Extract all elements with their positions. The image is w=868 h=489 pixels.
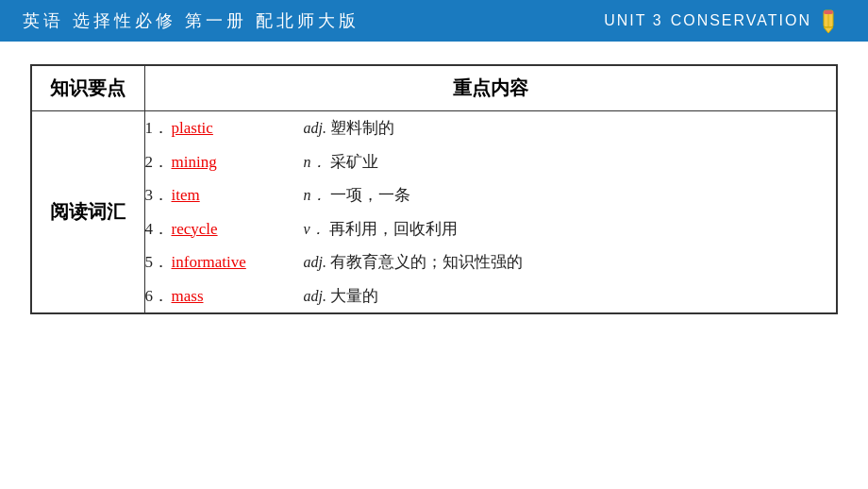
item-word: recycle	[172, 217, 304, 242]
item-meaning: 有教育意义的；知识性强的	[330, 250, 523, 275]
header-unit: UNIT 3 CONSERVATION	[604, 8, 845, 34]
category-cell: 阅读词汇	[31, 111, 144, 314]
item-word: item	[172, 183, 304, 208]
item-number: 2．	[145, 150, 172, 175]
page-header: 英语 选择性必修 第一册 配北师大版 UNIT 3 CONSERVATION	[0, 0, 868, 42]
item-word: plastic	[172, 116, 304, 141]
item-pos: adj.	[304, 251, 326, 274]
list-item: 1． plastic adj. 塑料制的	[145, 111, 837, 145]
pencil-icon	[819, 8, 845, 34]
item-number: 6．	[145, 284, 172, 309]
item-meaning: 采矿业	[330, 150, 378, 175]
col2-header: 重点内容	[144, 65, 837, 111]
item-number: 5．	[145, 250, 172, 275]
item-pos: adj.	[304, 117, 326, 140]
header-title: 英语 选择性必修 第一册 配北师大版	[23, 9, 359, 32]
svg-rect-2	[824, 10, 833, 14]
item-number: 3．	[145, 183, 172, 208]
unit-label: UNIT 3	[604, 12, 662, 29]
main-content: 知识要点 重点内容 阅读词汇 1． plastic adj. 塑料制的 2． m…	[0, 42, 868, 337]
vocab-table: 知识要点 重点内容 阅读词汇 1． plastic adj. 塑料制的 2． m…	[30, 64, 838, 314]
table-header-row: 知识要点 重点内容	[31, 65, 837, 111]
item-meaning: 一项，一条	[330, 183, 410, 208]
item-pos: v．	[304, 218, 326, 241]
topic-label: CONSERVATION	[671, 12, 811, 29]
svg-marker-1	[824, 27, 833, 33]
item-meaning: 大量的	[330, 284, 378, 309]
table-row: 阅读词汇 1． plastic adj. 塑料制的 2． mining n． 采…	[31, 111, 837, 314]
item-pos: n．	[304, 151, 326, 174]
item-pos: n．	[304, 184, 326, 207]
list-item: 3． item n． 一项，一条	[145, 178, 837, 212]
list-item: 6． mass adj. 大量的	[145, 279, 837, 313]
item-meaning: 塑料制的	[330, 116, 394, 141]
list-item: 2． mining n． 采矿业	[145, 145, 837, 179]
items-cell: 1． plastic adj. 塑料制的 2． mining n． 采矿业 3．…	[144, 111, 837, 314]
item-meaning: 再利用，回收利用	[329, 217, 458, 242]
item-word: mass	[172, 284, 304, 309]
item-word: mining	[172, 150, 304, 175]
col1-header: 知识要点	[31, 65, 144, 111]
list-item: 4． recycle v． 再利用，回收利用	[145, 212, 837, 246]
item-word: informative	[172, 250, 304, 275]
list-item: 5． informative adj. 有教育意义的；知识性强的	[145, 245, 837, 279]
item-pos: adj.	[304, 285, 326, 308]
item-number: 1．	[145, 116, 172, 141]
item-number: 4．	[145, 217, 172, 242]
